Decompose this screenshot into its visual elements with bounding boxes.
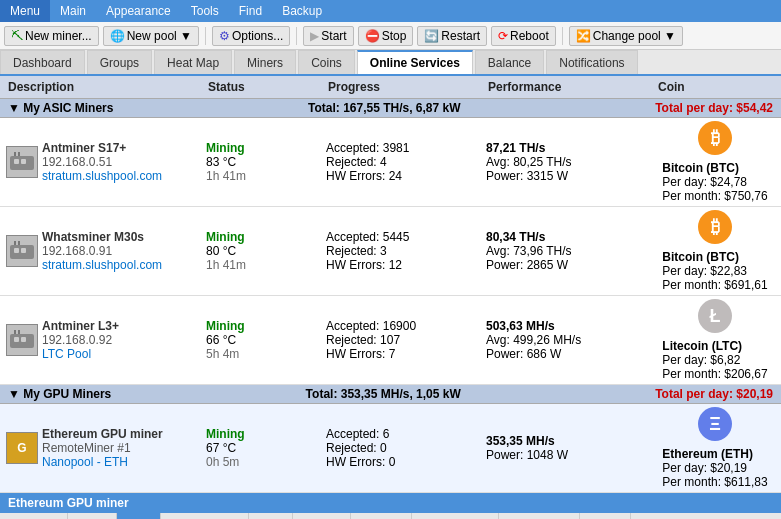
gpu-tab-gpu[interactable]: GPU [117, 513, 162, 519]
svg-rect-6 [14, 248, 19, 253]
miner-performance-cell: 80,34 TH/s Avg: 73,96 TH/s Power: 2865 W [480, 207, 650, 295]
gpu-tab-tags[interactable]: Tags & Notes [412, 513, 498, 519]
coin-info: Bitcoin (BTC) Per day: $24,78 Per month:… [662, 161, 767, 203]
miner-accepted: Accepted: 3981 [326, 141, 474, 155]
miner-rejected: Rejected: 3 [326, 244, 474, 258]
asic-group-label: ▼ My ASIC Miners [8, 101, 113, 115]
tab-coins[interactable]: Coins [298, 50, 355, 74]
menu-bar: Menu Main Appearance Tools Find Backup [0, 0, 781, 22]
svg-text:G: G [17, 441, 26, 455]
stop-button[interactable]: ⛔ Stop [358, 26, 414, 46]
menu-item-menu[interactable]: Menu [0, 0, 50, 22]
gpu-miner-progress-cell: Accepted: 6 Rejected: 0 HW Errors: 0 [320, 404, 480, 492]
new-miner-icon: ⛏ [11, 29, 23, 43]
gpu-total-per-day: Total per day: $20,19 [655, 387, 773, 401]
table-row[interactable]: Whatsminer M30s 192.168.0.91 stratum.slu… [0, 207, 781, 296]
miner-status-cell: Mining 83 °C 1h 41m [200, 118, 320, 206]
gpu-miner-name: Ethereum GPU miner [42, 427, 163, 441]
coin-icon: ₿ [698, 210, 732, 244]
gpu-miner-status: Mining [206, 427, 314, 441]
options-icon: ⚙ [219, 29, 230, 43]
miner-hw-errors: HW Errors: 24 [326, 169, 474, 183]
svg-rect-7 [21, 248, 26, 253]
restart-icon: 🔄 [424, 29, 439, 43]
table-row[interactable]: Antminer L3+ 192.168.0.92 LTC Pool Minin… [0, 296, 781, 385]
menu-item-backup[interactable]: Backup [272, 0, 332, 22]
coin-per-month: Per month: $691,61 [662, 278, 767, 292]
start-button[interactable]: ▶ Start [303, 26, 353, 46]
new-miner-button[interactable]: ⛏ New miner... [4, 26, 99, 46]
miner-hw-errors: HW Errors: 12 [326, 258, 474, 272]
miner-name: Whatsminer M30s [42, 230, 162, 244]
gpu-total: Total: 353,35 MH/s, 1,05 kW [306, 387, 461, 401]
gpu-miner-temp: 67 °C [206, 441, 314, 455]
gpu-tab-cpu[interactable]: CPU [249, 513, 293, 519]
gpu-miner-power: Power: 1048 W [486, 448, 644, 462]
toolbar-separator [205, 27, 206, 45]
gpu-miners-list: G Ethereum GPU miner RemoteMiner #1 Nano… [0, 404, 781, 493]
miner-name: Antminer L3+ [42, 319, 119, 333]
tab-groups[interactable]: Groups [87, 50, 152, 74]
miner-hashrate: 503,63 MH/s [486, 319, 644, 333]
menu-item-main[interactable]: Main [50, 0, 96, 22]
miner-status: Mining [206, 230, 314, 244]
miner-name: Antminer S17+ [42, 141, 162, 155]
reboot-icon: ⟳ [498, 29, 508, 43]
miner-hashrate: 80,34 TH/s [486, 230, 644, 244]
toolbar-separator-3 [562, 27, 563, 45]
gpu-miner-status-cell: Mining 67 °C 0h 5m [200, 404, 320, 492]
restart-button[interactable]: 🔄 Restart [417, 26, 487, 46]
tab-online-services[interactable]: Online Services [357, 50, 473, 74]
gpu-tab-summary[interactable]: Summary [0, 513, 68, 519]
gpu-section-header: Ethereum GPU miner [0, 493, 781, 513]
miner-power: Power: 2865 W [486, 258, 644, 272]
gpu-tab-graph[interactable]: Graph [580, 513, 632, 519]
gpu-miner-pool: Nanopool - ETH [42, 455, 163, 469]
miner-description-cell: Antminer L3+ 192.168.0.92 LTC Pool [0, 296, 200, 384]
table-row[interactable]: G Ethereum GPU miner RemoteMiner #1 Nano… [0, 404, 781, 493]
tab-notifications[interactable]: Notifications [546, 50, 637, 74]
miner-temp: 80 °C [206, 244, 314, 258]
svg-rect-8 [14, 241, 16, 245]
tab-balance[interactable]: Balance [475, 50, 544, 74]
svg-rect-9 [18, 241, 20, 245]
coin-per-month: Per month: $206,67 [662, 367, 767, 381]
miner-status: Mining [206, 141, 314, 155]
miner-avg: Avg: 499,26 MH/s [486, 333, 644, 347]
gpu-tab-clocking[interactable]: GPU clocking [161, 513, 249, 519]
miner-uptime: 1h 41m [206, 169, 314, 183]
table-row[interactable]: Antminer S17+ 192.168.0.51 stratum.slush… [0, 118, 781, 207]
tab-dashboard[interactable]: Dashboard [0, 50, 85, 74]
gpu-tab-system[interactable]: System [293, 513, 351, 519]
tab-heat-map[interactable]: Heat Map [154, 50, 232, 74]
new-pool-button[interactable]: 🌐 New pool ▼ [103, 26, 199, 46]
miner-description-cell: Antminer S17+ 192.168.0.51 stratum.slush… [0, 118, 200, 206]
reboot-button[interactable]: ⟳ Reboot [491, 26, 556, 46]
col-performance: Performance [484, 78, 654, 96]
col-coin: Coin [654, 78, 781, 96]
gpu-coin-name: Ethereum (ETH) [662, 447, 767, 461]
tab-miners[interactable]: Miners [234, 50, 296, 74]
gpu-tab-bar: Summary Pools GPU GPU clocking CPU Syste… [0, 513, 781, 519]
gpu-group-header: ▼ My GPU Miners Total: 353,35 MH/s, 1,05… [0, 385, 781, 404]
gpu-tab-console[interactable]: Console [351, 513, 412, 519]
menu-item-appearance[interactable]: Appearance [96, 0, 181, 22]
miner-pool: stratum.slushpool.com [42, 169, 162, 183]
toolbar: ⛏ New miner... 🌐 New pool ▼ ⚙ Options...… [0, 22, 781, 50]
gpu-tab-notifications[interactable]: Notifications [499, 513, 580, 519]
coin-per-month: Per month: $750,76 [662, 189, 767, 203]
miner-status: Mining [206, 319, 314, 333]
change-pool-button[interactable]: 🔀 Change pool ▼ [569, 26, 683, 46]
gpu-tab-pools[interactable]: Pools [68, 513, 117, 519]
menu-item-find[interactable]: Find [229, 0, 272, 22]
options-button[interactable]: ⚙ Options... [212, 26, 290, 46]
miner-performance-cell: 503,63 MH/s Avg: 499,26 MH/s Power: 686 … [480, 296, 650, 384]
coin-name: Bitcoin (BTC) [662, 161, 767, 175]
coin-name: Bitcoin (BTC) [662, 250, 767, 264]
gpu-coin-per-month: Per month: $611,83 [662, 475, 767, 489]
change-pool-icon: 🔀 [576, 29, 591, 43]
miner-temp: 66 °C [206, 333, 314, 347]
gpu-miner-description-cell: G Ethereum GPU miner RemoteMiner #1 Nano… [0, 404, 200, 492]
miner-icon [6, 324, 38, 356]
menu-item-tools[interactable]: Tools [181, 0, 229, 22]
